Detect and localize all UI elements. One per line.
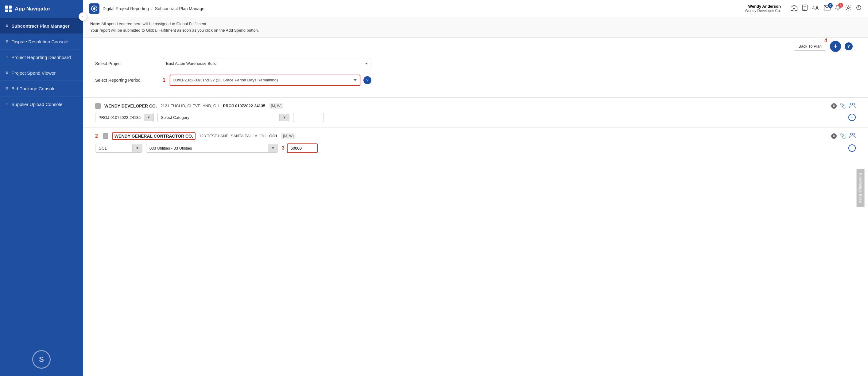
back-to-plan-button[interactable]: Back To Plan	[794, 42, 826, 51]
supplier-header-wendy-developer: + WENDY DEVELOPER CO. 2121 EUCLID, CLEVE…	[95, 103, 856, 109]
people-icon-gc[interactable]	[849, 133, 856, 140]
people-icon[interactable]	[849, 103, 856, 109]
select-reporting-period-label: Select Reporting Period	[95, 78, 157, 83]
amount-input-wendy-developer[interactable]	[293, 113, 324, 122]
annotation-3: 3	[282, 145, 284, 151]
proj-select-wendy-developer[interactable]: PROJ-01072022-24135 ▼	[95, 113, 154, 122]
category-select-wendy-gc[interactable]: 033 Utilities - 33 Utilities ▼	[146, 144, 278, 153]
sidebar-header: App Navigator	[0, 0, 83, 18]
supplier-expand-icon-gc[interactable]: +	[103, 133, 108, 139]
text-resize-icon[interactable]: A A	[812, 5, 819, 12]
supplier-proj-id-wendy-developer: PROJ-01072022-24135	[223, 104, 265, 108]
svg-point-15	[852, 133, 855, 135]
proj-select-wendy-gc[interactable]: GC1 ▼	[95, 144, 143, 153]
supplier-name-wendy-developer: WENDY DEVELOPER CO.	[104, 104, 157, 109]
knowledge-base-tab[interactable]: Knowledge Base	[856, 169, 864, 207]
home-icon[interactable]	[790, 5, 797, 12]
sidebar-item-project-spend-viewer[interactable]: ≡ Project Spend Viewer	[0, 65, 83, 81]
category-dropdown-arrow-gc[interactable]: ▼	[268, 144, 278, 152]
menu-icon: ≡	[5, 86, 8, 91]
supplier-badge-count-gc: 0	[831, 133, 837, 139]
paperclip-icon-gc[interactable]: 📎	[840, 133, 846, 139]
reporting-period-help-button[interactable]: ?	[363, 76, 371, 84]
add-row-button-wendy-developer[interactable]: +	[848, 114, 856, 121]
add-plus-button[interactable]: +	[830, 41, 841, 52]
proj-select-value-gc: GC1	[95, 144, 132, 152]
select-reporting-period-row: Select Reporting Period 1 03/01/2022-03/…	[95, 75, 856, 86]
note-text: All spend entered here will be assigned …	[101, 22, 207, 26]
category-dropdown-arrow[interactable]: ▼	[279, 114, 289, 121]
sidebar-item-project-reporting-dashboard[interactable]: ≡ Project Reporting Dashboard	[0, 50, 83, 65]
breadcrumb-separator: /	[151, 6, 153, 11]
svg-text:A: A	[815, 5, 819, 11]
proj-dropdown-arrow-gc[interactable]: ▼	[132, 144, 142, 152]
supplier-data-row-wendy-developer: PROJ-01072022-24135 ▼ Select Category ▼ …	[95, 113, 856, 122]
breadcrumb-app[interactable]: Digital Project Reporting	[102, 6, 149, 11]
sidebar-item-bid-package-console[interactable]: ≡ Bid Package Console	[0, 81, 83, 96]
svg-point-12	[850, 103, 852, 105]
topbar-left: Digital Project Reporting / Subcontract …	[89, 3, 740, 14]
supplier-proj-id-wendy-gc: GC1	[269, 134, 277, 138]
sidebar-item-label: Dispute Resolution Console	[11, 39, 68, 44]
sidebar-item-label: Project Reporting Dashboard	[11, 55, 71, 60]
breadcrumb: Digital Project Reporting / Subcontract …	[102, 6, 206, 11]
svg-rect-2	[802, 5, 807, 10]
chevron-left-icon: ‹	[82, 15, 84, 19]
sidebar-item-label: Supplier Upload Console	[11, 102, 62, 107]
power-icon[interactable]	[856, 5, 862, 12]
supplier-expand-icon[interactable]: +	[95, 103, 101, 109]
category-value-gc: 033 Utilities - 33 Utilities	[146, 144, 268, 152]
menu-icon: ≡	[5, 102, 8, 107]
supplier-address-wendy-gc: 123 TEST LANE, SANTA PAULA, OH	[199, 134, 266, 138]
select-project-dropdown[interactable]: East Acton Warehouse Build	[163, 58, 371, 69]
supplier-tags-wendy-gc: [M, W]	[281, 133, 296, 139]
paperclip-icon[interactable]: 📎	[840, 103, 846, 109]
grid-icon	[5, 5, 12, 12]
menu-icon: ≡	[5, 39, 8, 44]
logo-circle: S	[32, 350, 51, 369]
book-icon[interactable]	[802, 5, 808, 12]
supplier-actions-wendy-gc: 0 📎	[831, 133, 856, 140]
menu-icon: ≡	[5, 54, 8, 60]
sidebar-item-dispute-resolution-console[interactable]: ≡ Dispute Resolution Console	[0, 34, 83, 50]
annotation-4: 4	[825, 38, 827, 43]
breadcrumb-page: Subcontract Plan Manager	[155, 6, 206, 11]
proj-dropdown-arrow[interactable]: ▼	[144, 114, 153, 121]
sidebar: App Navigator ‹ ≡ Subcontract Plan Manag…	[0, 0, 83, 376]
svg-text:A: A	[812, 6, 815, 10]
supplier-name-wendy-gc: WENDY GENERAL CONTRACTOR CO.	[112, 133, 195, 140]
supplier-data-row-wendy-gc: GC1 ▼ 033 Utilities - 33 Utilities ▼ 3 +	[95, 143, 856, 153]
content-area: Note: All spend entered here will be ass…	[83, 17, 868, 376]
supplier-address-wendy-developer: 2121 EUCLID, CLEVELAND, OH	[160, 104, 219, 108]
menu-icon: ≡	[5, 70, 8, 76]
bell-icon[interactable]: 4	[835, 5, 841, 12]
email-icon[interactable]: 0	[824, 5, 831, 12]
user-name: Wendy Anderson	[748, 4, 781, 9]
help-button[interactable]: ?	[845, 42, 852, 50]
note-bar: Note: All spend entered here will be ass…	[83, 17, 868, 38]
supplier-actions-wendy-developer: 0 📎	[831, 103, 856, 109]
category-select-wendy-developer[interactable]: Select Category ▼	[157, 113, 289, 122]
svg-point-13	[852, 103, 855, 105]
gear-icon[interactable]	[845, 5, 851, 12]
select-project-label: Select Project	[95, 61, 157, 66]
select-reporting-period-dropdown[interactable]: 03/01/2022-03/31/2022 (23 Grace Period D…	[170, 75, 360, 86]
annotation-2: 2	[95, 133, 98, 139]
svg-point-9	[847, 7, 849, 9]
supplier-section-wendy-gc: 2 + WENDY GENERAL CONTRACTOR CO. 123 TES…	[83, 127, 868, 158]
note-label: Note:	[90, 22, 100, 26]
supplier-header-wendy-gc: 2 + WENDY GENERAL CONTRACTOR CO. 123 TES…	[95, 133, 856, 140]
sidebar-item-subcontract-plan-manager[interactable]: ≡ Subcontract Plan Manager	[0, 18, 83, 34]
form-area: Select Project East Acton Warehouse Buil…	[83, 52, 868, 97]
sidebar-collapse-button[interactable]: ‹	[79, 12, 87, 21]
topbar-icons: A A 0 4	[790, 5, 862, 12]
sidebar-item-label: Subcontract Plan Manager	[11, 23, 69, 29]
amount-input-wendy-gc[interactable]	[287, 143, 318, 153]
add-row-button-wendy-gc[interactable]: +	[848, 144, 856, 152]
select-project-row: Select Project East Acton Warehouse Buil…	[95, 58, 856, 69]
note-text2: Your report will be submitted to Global …	[90, 28, 259, 33]
proj-select-value: PROJ-01072022-24135	[95, 113, 144, 122]
app-icon	[89, 3, 99, 14]
menu-icon: ≡	[5, 23, 8, 29]
sidebar-item-supplier-upload-console[interactable]: ≡ Supplier Upload Console	[0, 96, 83, 112]
